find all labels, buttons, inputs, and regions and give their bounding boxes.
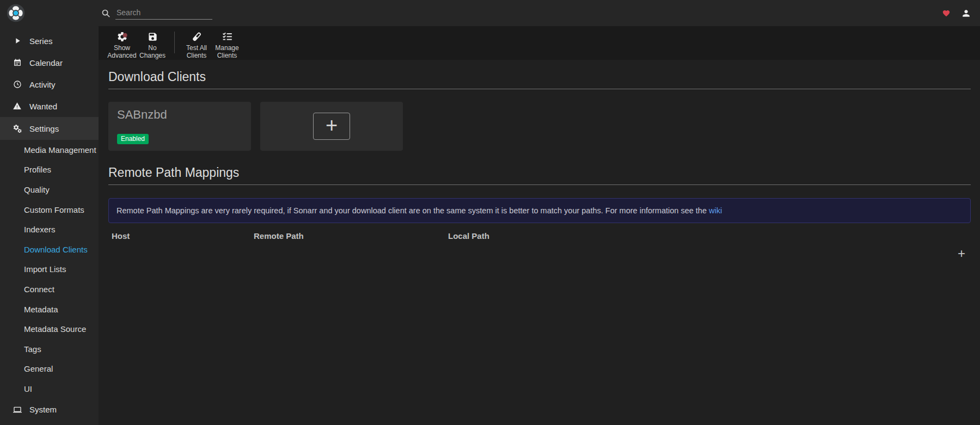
- donate-heart-icon[interactable]: [942, 9, 951, 17]
- download-clients-title: Download Clients: [108, 70, 971, 89]
- clock-icon: [12, 80, 22, 89]
- sidebar-item-label: Wanted: [29, 102, 57, 111]
- sonarr-logo-icon[interactable]: [7, 4, 25, 22]
- sidebar-item-media-management[interactable]: Media Management: [0, 140, 99, 160]
- sidebar-sub-label: Profiles: [24, 165, 51, 174]
- search-icon: [101, 9, 111, 18]
- sidebar-item-connect[interactable]: Connect: [0, 279, 99, 299]
- warning-icon: [12, 102, 22, 110]
- add-mapping-row: +: [108, 247, 971, 260]
- column-header-host: Host: [108, 228, 250, 244]
- test-all-clients-button[interactable]: Test All Clients: [181, 31, 212, 59]
- toolbar-button-label: Test All Clients: [181, 44, 212, 59]
- user-account-icon[interactable]: [961, 8, 971, 19]
- sidebar-item-metadata[interactable]: Metadata: [0, 299, 99, 319]
- column-header-remote-path: Remote Path: [250, 228, 445, 244]
- toolbar-button-label: No Changes: [137, 44, 168, 59]
- sidebar-sub-label: Custom Formats: [24, 205, 84, 214]
- sonarr-app: Series Calendar Activi: [0, 0, 980, 425]
- client-name: SABnzbd: [117, 108, 242, 122]
- settings-content: Download Clients SABnzbd Enabled + Remot…: [99, 60, 980, 425]
- toolbar-button-label: Manage Clients: [212, 44, 242, 59]
- column-header-local-path: Local Path: [445, 228, 971, 244]
- sidebar-sub-label: Import Lists: [24, 264, 66, 274]
- search: [101, 7, 212, 20]
- search-input[interactable]: [115, 7, 212, 20]
- sidebar-item-custom-formats[interactable]: Custom Formats: [0, 200, 99, 220]
- sidebar-sub-label: Download Clients: [24, 245, 88, 254]
- sidebar-item-label: Calendar: [29, 58, 63, 67]
- sidebar-sub-label: Metadata: [24, 305, 58, 314]
- remote-path-notice: Remote Path Mappings are very rarely req…: [108, 198, 971, 223]
- sidebar-item-label: Settings: [29, 124, 59, 133]
- notice-text: Remote Path Mappings are very rarely req…: [117, 206, 707, 215]
- sidebar-item-indexers[interactable]: Indexers: [0, 219, 99, 239]
- gear-advanced-icon: [117, 31, 128, 42]
- calendar-icon: [12, 58, 22, 67]
- save-icon: [148, 31, 158, 42]
- add-client-button[interactable]: +: [313, 113, 350, 140]
- download-clients-cards: SABnzbd Enabled +: [108, 102, 971, 151]
- sidebar-item-label: Activity: [29, 80, 56, 89]
- add-client-card: +: [260, 102, 403, 151]
- sidebar-item-label: System: [29, 405, 57, 414]
- mappings-table-header: Host Remote Path Local Path: [108, 228, 971, 244]
- sidebar-sub-label: UI: [24, 384, 32, 393]
- topbar-actions: [942, 8, 980, 19]
- sidebar-item-series[interactable]: Series: [0, 30, 99, 52]
- sidebar-sub-label: Tags: [24, 344, 41, 354]
- save-changes-button[interactable]: No Changes: [137, 31, 168, 59]
- gears-icon: [12, 124, 22, 133]
- play-icon: [12, 36, 22, 45]
- sidebar-item-profiles[interactable]: Profiles: [0, 160, 99, 180]
- client-card-sabnzbd[interactable]: SABnzbd Enabled: [108, 102, 251, 151]
- sidebar-sub-label: Quality: [24, 185, 50, 194]
- sidebar-sub-label: Metadata Source: [24, 324, 86, 334]
- wiki-link[interactable]: wiki: [709, 206, 722, 215]
- sidebar-item-metadata-source[interactable]: Metadata Source: [0, 319, 99, 339]
- sidebar-item-calendar[interactable]: Calendar: [0, 52, 99, 73]
- remote-path-mappings-title: Remote Path Mappings: [108, 165, 971, 185]
- sidebar-item-wanted[interactable]: Wanted: [0, 95, 99, 117]
- sidebar-sub-label: Connect: [24, 285, 54, 294]
- sidebar-item-download-clients[interactable]: Download Clients: [0, 239, 99, 260]
- sidebar: Series Calendar Activi: [0, 26, 99, 425]
- sidebar-item-system[interactable]: System: [0, 399, 99, 421]
- sidebar-item-activity[interactable]: Activity: [0, 73, 99, 95]
- toolbar-button-label: Show Advanced: [107, 44, 137, 59]
- page-toolbar: Show Advanced No Changes: [99, 26, 980, 60]
- test-tube-icon: [191, 31, 203, 42]
- sidebar-item-settings[interactable]: Settings: [0, 117, 99, 140]
- show-advanced-button[interactable]: Show Advanced: [107, 31, 137, 59]
- sidebar-sub-label: Indexers: [24, 225, 56, 234]
- sidebar-item-general[interactable]: General: [0, 359, 99, 379]
- toolbar-separator: [174, 32, 175, 53]
- sidebar-item-quality[interactable]: Quality: [0, 180, 99, 200]
- sidebar-item-import-lists[interactable]: Import Lists: [0, 260, 99, 280]
- client-status-badge: Enabled: [117, 134, 149, 144]
- laptop-icon: [12, 405, 22, 414]
- sidebar-item-tags[interactable]: Tags: [0, 339, 99, 359]
- sidebar-item-label: Series: [29, 36, 53, 46]
- top-bar: [0, 0, 980, 26]
- logo-area: [0, 4, 99, 22]
- manage-clients-button[interactable]: Manage Clients: [212, 31, 242, 59]
- sidebar-sub-label: General: [24, 364, 53, 373]
- sidebar-sub-label: Media Management: [24, 145, 96, 155]
- add-mapping-button[interactable]: +: [958, 247, 965, 260]
- main-area: Show Advanced No Changes: [99, 26, 980, 425]
- sidebar-item-ui[interactable]: UI: [0, 379, 99, 399]
- checklist-icon: [222, 31, 233, 42]
